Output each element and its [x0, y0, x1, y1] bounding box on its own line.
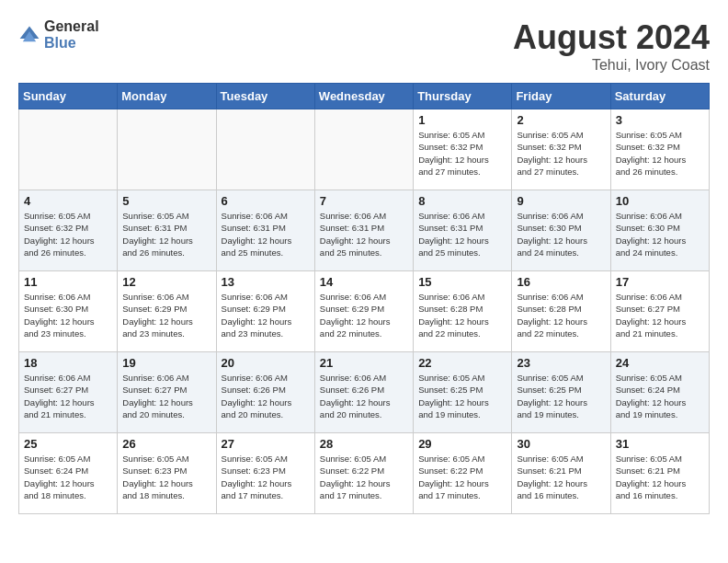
day-info: Sunrise: 6:05 AM Sunset: 6:32 PM Dayligh…	[616, 129, 704, 178]
day-info: Sunrise: 6:05 AM Sunset: 6:25 PM Dayligh…	[517, 372, 605, 420]
logo: General Blue	[18, 18, 99, 51]
day-number: 19	[122, 356, 210, 370]
day-info: Sunrise: 6:06 AM Sunset: 6:29 PM Dayligh…	[222, 291, 310, 339]
day-number: 13	[222, 275, 310, 289]
table-row: 25Sunrise: 6:05 AM Sunset: 6:24 PM Dayli…	[19, 433, 118, 514]
day-number: 20	[222, 356, 310, 370]
calendar-title: August 2024	[513, 18, 710, 57]
calendar-week-row: 4Sunrise: 6:05 AM Sunset: 6:32 PM Daylig…	[19, 190, 710, 271]
day-info: Sunrise: 6:05 AM Sunset: 6:23 PM Dayligh…	[122, 453, 210, 501]
header-saturday: Saturday	[610, 84, 709, 109]
table-row: 20Sunrise: 6:06 AM Sunset: 6:26 PM Dayli…	[216, 352, 314, 433]
day-info: Sunrise: 6:06 AM Sunset: 6:30 PM Dayligh…	[517, 210, 605, 259]
table-row	[118, 109, 216, 190]
day-info: Sunrise: 6:05 AM Sunset: 6:31 PM Dayligh…	[122, 210, 210, 259]
day-number: 5	[122, 194, 210, 208]
day-info: Sunrise: 6:06 AM Sunset: 6:27 PM Dayligh…	[24, 372, 112, 420]
day-number: 30	[517, 437, 605, 451]
table-row: 5Sunrise: 6:05 AM Sunset: 6:31 PM Daylig…	[118, 190, 216, 271]
day-number: 26	[122, 437, 210, 451]
day-info: Sunrise: 6:06 AM Sunset: 6:29 PM Dayligh…	[122, 291, 210, 339]
table-row: 30Sunrise: 6:05 AM Sunset: 6:21 PM Dayli…	[512, 433, 610, 514]
day-number: 22	[418, 356, 506, 370]
day-info: Sunrise: 6:06 AM Sunset: 6:28 PM Dayligh…	[418, 291, 506, 339]
calendar-location: Tehui, Ivory Coast	[513, 57, 710, 74]
header-thursday: Thursday	[414, 84, 512, 109]
table-row: 31Sunrise: 6:05 AM Sunset: 6:21 PM Dayli…	[610, 433, 709, 514]
day-number: 16	[517, 275, 605, 289]
table-row: 29Sunrise: 6:05 AM Sunset: 6:22 PM Dayli…	[414, 433, 512, 514]
table-row: 12Sunrise: 6:06 AM Sunset: 6:29 PM Dayli…	[118, 271, 216, 352]
calendar-week-row: 11Sunrise: 6:06 AM Sunset: 6:30 PM Dayli…	[19, 271, 710, 352]
day-info: Sunrise: 6:06 AM Sunset: 6:27 PM Dayligh…	[122, 372, 210, 420]
day-info: Sunrise: 6:06 AM Sunset: 6:26 PM Dayligh…	[320, 372, 408, 420]
table-row: 2Sunrise: 6:05 AM Sunset: 6:32 PM Daylig…	[512, 109, 610, 190]
day-number: 12	[122, 275, 210, 289]
day-info: Sunrise: 6:06 AM Sunset: 6:27 PM Dayligh…	[616, 291, 704, 339]
day-info: Sunrise: 6:05 AM Sunset: 6:32 PM Dayligh…	[24, 210, 112, 259]
calendar-week-row: 1Sunrise: 6:05 AM Sunset: 6:32 PM Daylig…	[19, 109, 710, 190]
header-tuesday: Tuesday	[216, 84, 314, 109]
day-info: Sunrise: 6:05 AM Sunset: 6:21 PM Dayligh…	[616, 453, 704, 501]
table-row: 15Sunrise: 6:06 AM Sunset: 6:28 PM Dayli…	[414, 271, 512, 352]
day-number: 4	[24, 194, 112, 208]
table-row: 4Sunrise: 6:05 AM Sunset: 6:32 PM Daylig…	[19, 190, 118, 271]
table-row: 14Sunrise: 6:06 AM Sunset: 6:29 PM Dayli…	[314, 271, 413, 352]
day-number: 3	[616, 113, 704, 127]
day-info: Sunrise: 6:05 AM Sunset: 6:24 PM Dayligh…	[24, 453, 112, 501]
day-number: 27	[222, 437, 310, 451]
table-row: 1Sunrise: 6:05 AM Sunset: 6:32 PM Daylig…	[414, 109, 512, 190]
header-sunday: Sunday	[19, 84, 118, 109]
day-info: Sunrise: 6:06 AM Sunset: 6:30 PM Dayligh…	[616, 210, 704, 259]
day-number: 6	[222, 194, 310, 208]
header-monday: Monday	[118, 84, 216, 109]
day-info: Sunrise: 6:06 AM Sunset: 6:31 PM Dayligh…	[320, 210, 408, 259]
logo-text: General Blue	[44, 18, 99, 51]
calendar-week-row: 18Sunrise: 6:06 AM Sunset: 6:27 PM Dayli…	[19, 352, 710, 433]
day-number: 8	[418, 194, 506, 208]
table-row: 18Sunrise: 6:06 AM Sunset: 6:27 PM Dayli…	[19, 352, 118, 433]
day-number: 17	[616, 275, 704, 289]
day-number: 23	[517, 356, 605, 370]
table-row: 6Sunrise: 6:06 AM Sunset: 6:31 PM Daylig…	[216, 190, 314, 271]
table-row: 11Sunrise: 6:06 AM Sunset: 6:30 PM Dayli…	[19, 271, 118, 352]
day-number: 28	[320, 437, 408, 451]
day-number: 31	[616, 437, 704, 451]
day-number: 11	[24, 275, 112, 289]
table-row: 28Sunrise: 6:05 AM Sunset: 6:22 PM Dayli…	[314, 433, 413, 514]
table-row: 7Sunrise: 6:06 AM Sunset: 6:31 PM Daylig…	[314, 190, 413, 271]
header-wednesday: Wednesday	[314, 84, 413, 109]
table-row: 24Sunrise: 6:05 AM Sunset: 6:24 PM Dayli…	[610, 352, 709, 433]
day-number: 18	[24, 356, 112, 370]
table-row	[314, 109, 413, 190]
table-row: 10Sunrise: 6:06 AM Sunset: 6:30 PM Dayli…	[610, 190, 709, 271]
day-number: 29	[418, 437, 506, 451]
calendar-table: Sunday Monday Tuesday Wednesday Thursday…	[18, 83, 710, 514]
page-header: General Blue August 2024 Tehui, Ivory Co…	[18, 18, 710, 74]
day-number: 25	[24, 437, 112, 451]
day-info: Sunrise: 6:06 AM Sunset: 6:30 PM Dayligh…	[24, 291, 112, 339]
title-block: August 2024 Tehui, Ivory Coast	[513, 18, 710, 74]
day-info: Sunrise: 6:05 AM Sunset: 6:32 PM Dayligh…	[517, 129, 605, 178]
day-number: 24	[616, 356, 704, 370]
table-row: 9Sunrise: 6:06 AM Sunset: 6:30 PM Daylig…	[512, 190, 610, 271]
calendar-header-row: Sunday Monday Tuesday Wednesday Thursday…	[19, 84, 710, 109]
table-row	[19, 109, 118, 190]
day-info: Sunrise: 6:06 AM Sunset: 6:26 PM Dayligh…	[222, 372, 310, 420]
day-info: Sunrise: 6:05 AM Sunset: 6:25 PM Dayligh…	[418, 372, 506, 420]
day-number: 21	[320, 356, 408, 370]
logo-blue-text: Blue	[44, 35, 99, 52]
table-row: 16Sunrise: 6:06 AM Sunset: 6:28 PM Dayli…	[512, 271, 610, 352]
day-info: Sunrise: 6:05 AM Sunset: 6:22 PM Dayligh…	[320, 453, 408, 501]
logo-general-text: General	[44, 18, 99, 35]
table-row: 23Sunrise: 6:05 AM Sunset: 6:25 PM Dayli…	[512, 352, 610, 433]
day-info: Sunrise: 6:06 AM Sunset: 6:28 PM Dayligh…	[517, 291, 605, 339]
table-row: 3Sunrise: 6:05 AM Sunset: 6:32 PM Daylig…	[610, 109, 709, 190]
table-row	[216, 109, 314, 190]
table-row: 13Sunrise: 6:06 AM Sunset: 6:29 PM Dayli…	[216, 271, 314, 352]
day-info: Sunrise: 6:05 AM Sunset: 6:23 PM Dayligh…	[222, 453, 310, 501]
calendar-week-row: 25Sunrise: 6:05 AM Sunset: 6:24 PM Dayli…	[19, 433, 710, 514]
day-number: 14	[320, 275, 408, 289]
day-info: Sunrise: 6:05 AM Sunset: 6:24 PM Dayligh…	[616, 372, 704, 420]
table-row: 27Sunrise: 6:05 AM Sunset: 6:23 PM Dayli…	[216, 433, 314, 514]
